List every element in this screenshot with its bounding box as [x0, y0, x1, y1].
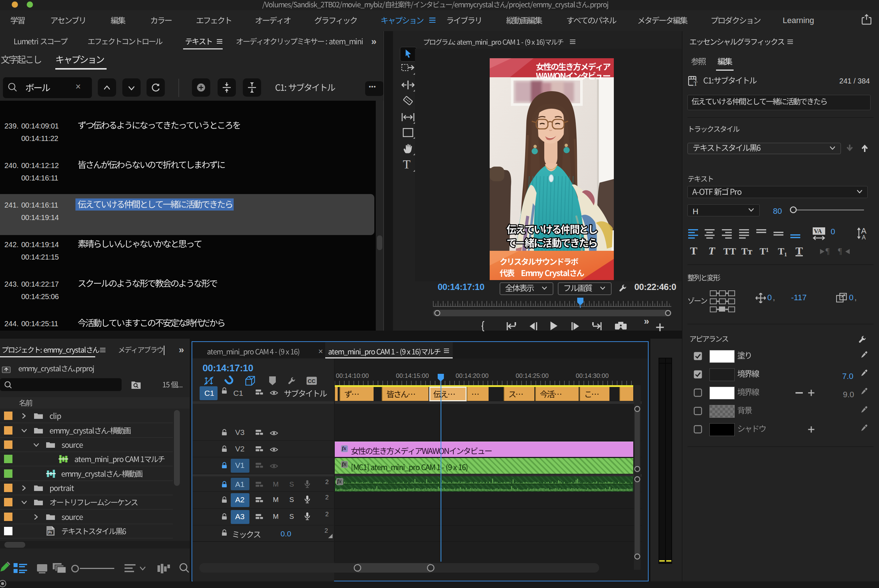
svg-text:CC: CC: [308, 378, 316, 384]
svg-text:VA: VA: [814, 228, 822, 235]
svg-text:T: T: [694, 80, 698, 87]
svg-text:Pr: Pr: [48, 531, 53, 534]
svg-text:A: A: [862, 234, 866, 240]
